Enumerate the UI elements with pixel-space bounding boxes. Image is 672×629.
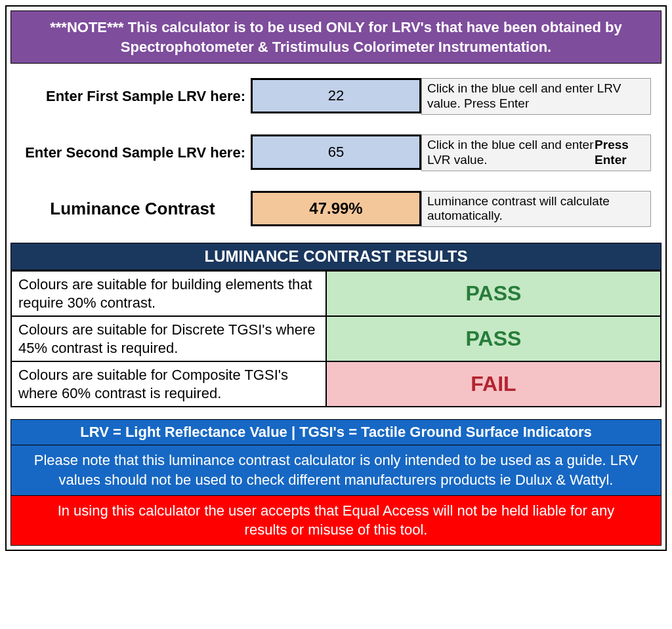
result-desc: Colours are suitable for Discrete TGSI's…: [12, 317, 327, 361]
results-header: LUMINANCE CONTRAST RESULTS: [10, 243, 662, 270]
hint-text-pre: Click in the blue cell and enter LVR val…: [427, 138, 595, 168]
result-badge-fail: FAIL: [327, 362, 660, 406]
results-block: Colours are suitable for building elemen…: [10, 270, 662, 407]
second-lrv-hint: Click in the blue cell and enter LVR val…: [421, 134, 651, 171]
result-desc: Colours are suitable for building elemen…: [12, 272, 327, 315]
hint-text-strong: Press Enter: [595, 138, 645, 168]
guide-banner: Please note that this luminance contrast…: [10, 445, 662, 495]
contrast-label: Luminance Contrast: [14, 191, 251, 228]
definitions-banner: LRV = Light Reflectance Value | TGSI's =…: [10, 419, 662, 445]
disclaimer-banner: In using this calculator the user accept…: [10, 495, 662, 546]
contrast-result: 47.99%: [251, 191, 421, 226]
calculator-frame: ***NOTE*** This calculator is to be used…: [5, 5, 667, 551]
second-lrv-label: Enter Second Sample LRV here:: [14, 134, 251, 171]
result-badge-pass: PASS: [327, 272, 660, 315]
result-desc: Colours are suitable for Composite TGSI'…: [12, 362, 327, 406]
input-section: Enter First Sample LRV here: 22 Click in…: [10, 64, 662, 241]
second-lrv-row: Enter Second Sample LRV here: 65 Click i…: [14, 134, 658, 171]
spacer: [10, 407, 662, 419]
result-row-60pct: Colours are suitable for Composite TGSI'…: [10, 362, 662, 407]
second-lrv-input[interactable]: 65: [251, 134, 421, 170]
first-lrv-input[interactable]: 22: [251, 78, 421, 113]
first-lrv-hint: Click in the blue cell and enter LRV val…: [421, 78, 651, 115]
contrast-row: Luminance Contrast 47.99% Luminance cont…: [14, 191, 658, 228]
hint-text: Click in the blue cell and enter LRV val…: [427, 81, 645, 112]
contrast-hint: Luminance contrast will calculate automa…: [421, 191, 651, 228]
note-banner: ***NOTE*** This calculator is to be used…: [10, 10, 662, 64]
result-row-45pct: Colours are suitable for Discrete TGSI's…: [10, 317, 662, 362]
result-row-30pct: Colours are suitable for building elemen…: [10, 270, 662, 317]
result-badge-pass: PASS: [327, 317, 660, 361]
first-lrv-row: Enter First Sample LRV here: 22 Click in…: [14, 78, 658, 115]
first-lrv-label: Enter First Sample LRV here:: [14, 78, 251, 115]
